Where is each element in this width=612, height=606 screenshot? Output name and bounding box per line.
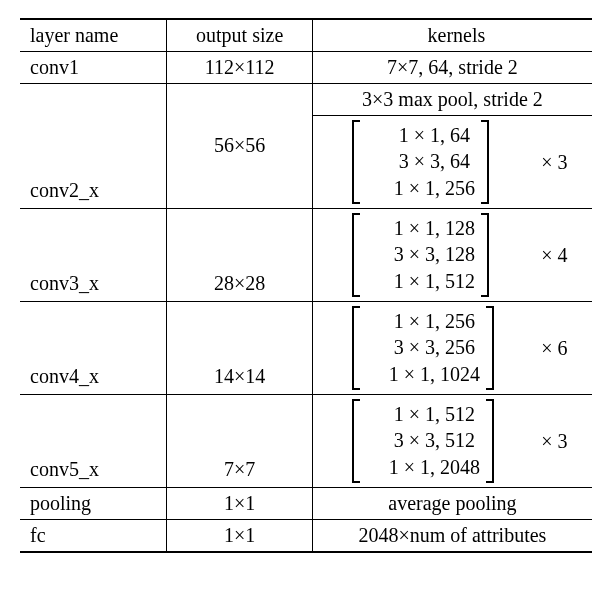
- block-lines: 1 × 1, 512 3 × 3, 512 1 × 1, 2048: [383, 399, 486, 483]
- cell-output-size: 14×14: [167, 302, 312, 395]
- cell-kernels: 2048×num of attributes: [312, 520, 592, 553]
- bracket-left: [312, 209, 360, 302]
- block-multiplier: × 6: [519, 302, 592, 395]
- mult-text: × 3: [541, 430, 567, 453]
- bracket-left-icon: [350, 306, 360, 390]
- row-conv1: conv1 112×112 7×7, 64, stride 2: [20, 52, 592, 84]
- bracket-right-icon: [481, 213, 491, 297]
- block-contents: 1 × 1, 512 3 × 3, 512 1 × 1, 2048: [360, 395, 519, 488]
- row-conv4: conv4_x 14×14 1 × 1, 256 3 × 3, 256 1 × …: [20, 302, 592, 395]
- row-fc: fc 1×1 2048×num of attributes: [20, 520, 592, 553]
- block-line: 1 × 1, 64: [394, 123, 475, 148]
- bracket-right-icon: [486, 306, 496, 390]
- header-output-size: output size: [167, 19, 312, 52]
- block-line: 3 × 3, 512: [389, 428, 480, 453]
- block-line: 3 × 3, 128: [394, 242, 475, 267]
- architecture-table: layer name output size kernels conv1 112…: [20, 18, 592, 553]
- bracket-right-icon: [486, 399, 496, 483]
- table-header-row: layer name output size kernels: [20, 19, 592, 52]
- row-conv5: conv5_x 7×7 1 × 1, 512 3 × 3, 512 1 × 1,…: [20, 395, 592, 488]
- cell-layer-name: conv3_x: [20, 209, 167, 302]
- block-line: 1 × 1, 512: [389, 402, 480, 427]
- cell-maxpool: 3×3 max pool, stride 2: [312, 84, 592, 116]
- block-line: 1 × 1, 2048: [389, 455, 480, 480]
- block-multiplier: × 3: [519, 116, 592, 209]
- mult-text: × 4: [541, 244, 567, 267]
- block-line: 1 × 1, 512: [394, 269, 475, 294]
- bracket-left-icon: [350, 399, 360, 483]
- cell-layer-name: conv4_x: [20, 302, 167, 395]
- row-conv3: conv3_x 28×28 1 × 1, 128 3 × 3, 128 1 × …: [20, 209, 592, 302]
- cell-output-size: 7×7: [167, 395, 312, 488]
- header-layer-name: layer name: [20, 19, 167, 52]
- block-contents: 1 × 1, 256 3 × 3, 256 1 × 1, 1024: [360, 302, 519, 395]
- cell-output-size: 1×1: [167, 488, 312, 520]
- block-multiplier: × 3: [519, 395, 592, 488]
- block-contents: 1 × 1, 64 3 × 3, 64 1 × 1, 256: [360, 116, 519, 209]
- bracket-left: [312, 395, 360, 488]
- bracket-left-icon: [350, 213, 360, 297]
- cell-output-size: 112×112: [167, 52, 312, 84]
- bracket-right-icon: [481, 120, 491, 204]
- cell-layer-name: conv1: [20, 52, 167, 84]
- block-multiplier: × 4: [519, 209, 592, 302]
- cell-layer-name: conv2_x: [20, 84, 167, 209]
- block-line: 1 × 1, 1024: [389, 362, 480, 387]
- cell-kernels: average pooling: [312, 488, 592, 520]
- cell-layer-name: pooling: [20, 488, 167, 520]
- block-contents: 1 × 1, 128 3 × 3, 128 1 × 1, 512: [360, 209, 519, 302]
- cell-kernels: 7×7, 64, stride 2: [312, 52, 592, 84]
- mult-text: × 6: [541, 337, 567, 360]
- cell-layer-name: fc: [20, 520, 167, 553]
- row-pooling: pooling 1×1 average pooling: [20, 488, 592, 520]
- block-line: 1 × 1, 256: [394, 176, 475, 201]
- bracket-left: [312, 116, 360, 209]
- block-line: 3 × 3, 256: [389, 335, 480, 360]
- cell-output-size: 1×1: [167, 520, 312, 553]
- mult-text: × 3: [541, 151, 567, 174]
- block-line: 1 × 1, 256: [389, 309, 480, 334]
- block-lines: 1 × 1, 64 3 × 3, 64 1 × 1, 256: [388, 120, 481, 204]
- cell-output-size: 56×56: [167, 84, 312, 209]
- bracket-left-icon: [350, 120, 360, 204]
- bracket-left: [312, 302, 360, 395]
- row-conv2-pool: conv2_x 56×56 3×3 max pool, stride 2: [20, 84, 592, 116]
- block-line: 3 × 3, 64: [394, 149, 475, 174]
- cell-layer-name: conv5_x: [20, 395, 167, 488]
- block-lines: 1 × 1, 128 3 × 3, 128 1 × 1, 512: [388, 213, 481, 297]
- header-kernels: kernels: [312, 19, 592, 52]
- block-line: 1 × 1, 128: [394, 216, 475, 241]
- cell-output-size: 28×28: [167, 209, 312, 302]
- block-lines: 1 × 1, 256 3 × 3, 256 1 × 1, 1024: [383, 306, 486, 390]
